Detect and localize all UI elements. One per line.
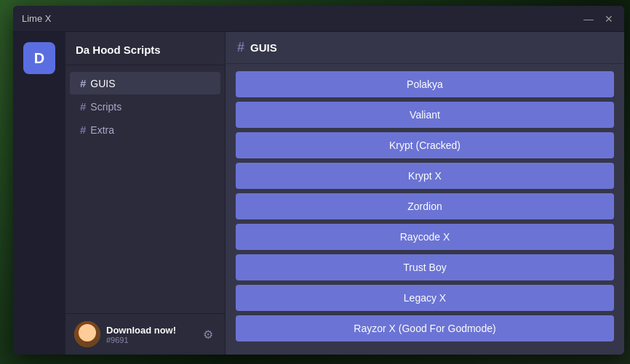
channel-label-guis: GUIS [90,78,115,89]
user-info: Download now! #9691 [106,325,194,344]
channel-item-scripts[interactable]: # Scripts [70,95,220,118]
cursor-area [36,74,43,355]
main-hash-icon: # [237,40,244,55]
titlebar: Lime X — ✕ [13,6,624,32]
channel-item-extra[interactable]: # Extra [70,118,220,141]
window-title: Lime X [22,13,582,24]
avatar[interactable]: D [23,42,55,74]
channel-item-guis[interactable]: # GUIS [70,72,220,94]
hash-icon-scripts: # [80,100,86,113]
script-button-polakya[interactable]: Polakya [236,71,614,97]
avatar-image [74,321,100,347]
main-channel-title: GUIS [250,41,277,54]
main-content: # GUIS PolakyaValiantKrypt (Cracked)Kryp… [226,32,624,355]
user-avatar [74,321,100,347]
close-button[interactable]: ✕ [602,12,615,25]
channel-sidebar: Da Hood Scripts # GUIS # Scripts # Extra [65,32,226,355]
scripts-list: PolakyaValiantKrypt (Cracked)Krypt XZord… [226,64,624,355]
avatar-sidebar: D [13,32,65,355]
script-button-krypt-x[interactable]: Krypt X [236,163,614,189]
script-button-trust-boy[interactable]: Trust Boy [236,254,614,280]
avatar-face [79,324,96,341]
main-header: # GUIS [226,32,624,64]
script-button-rayzor-x[interactable]: Rayzor X (Good For Godmode) [236,315,614,341]
script-button-zordion[interactable]: Zordion [236,193,614,219]
script-button-krypt-cracked[interactable]: Krypt (Cracked) [236,132,614,158]
channel-label-scripts: Scripts [90,101,121,113]
content-area: D Da Hood Scripts # GUIS # Scripts # Ext… [13,32,624,355]
user-footer: Download now! #9691 ⚙ [65,313,225,355]
minimize-button[interactable]: — [582,12,595,25]
hash-icon-guis: # [80,77,86,89]
settings-button[interactable]: ⚙ [200,326,216,342]
hash-icon-extra: # [80,124,86,136]
script-button-legacy-x[interactable]: Legacy X [236,285,614,311]
sidebar-header: Da Hood Scripts [65,32,225,65]
user-tag: #9691 [106,336,194,344]
channel-list: # GUIS # Scripts # Extra [65,65,225,313]
titlebar-controls: — ✕ [582,12,615,25]
user-name: Download now! [106,325,194,336]
channel-label-extra: Extra [90,124,114,136]
script-button-valiant[interactable]: Valiant [236,102,614,128]
main-window: Lime X — ✕ D Da Hood Scripts # GUIS # Sc [13,6,624,355]
script-button-raycode-x[interactable]: Raycode X [236,224,614,250]
